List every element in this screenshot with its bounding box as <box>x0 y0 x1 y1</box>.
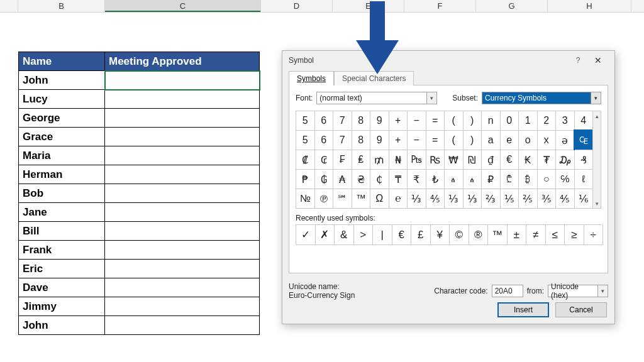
recent-symbol-cell[interactable]: £ <box>411 225 431 245</box>
symbol-cell[interactable]: € <box>501 150 519 170</box>
symbol-cell[interactable]: a <box>482 131 501 150</box>
symbol-cell[interactable]: 1 <box>519 111 538 131</box>
symbol-cell[interactable]: − <box>408 131 426 150</box>
recent-symbol-cell[interactable]: ≤ <box>546 225 565 245</box>
symbol-cell[interactable]: ₨ <box>426 150 445 170</box>
cell-meeting[interactable] <box>105 222 260 241</box>
symbol-cell[interactable]: ₪ <box>464 150 482 170</box>
symbol-cell[interactable]: ₿ <box>519 170 538 189</box>
symbol-cell[interactable]: ℮ <box>389 189 408 209</box>
cell-name[interactable]: Bob <box>19 184 105 203</box>
cell-name[interactable]: John <box>19 71 105 90</box>
symbol-cell[interactable]: 7 <box>333 131 352 150</box>
symbol-cell[interactable]: ⅕ <box>501 189 519 209</box>
symbol-cell[interactable]: ₵ <box>370 170 389 189</box>
recent-symbol-cell[interactable]: ≠ <box>526 225 546 245</box>
symbol-cell[interactable]: ℗ <box>315 189 334 209</box>
cancel-button[interactable]: Cancel <box>555 302 607 317</box>
dialog-titlebar[interactable]: Symbol ? ✕ <box>282 51 614 70</box>
symbol-cell[interactable]: e <box>501 131 519 150</box>
symbol-cell[interactable]: 6 <box>315 111 334 131</box>
symbol-cell[interactable]: n <box>482 111 501 131</box>
charcode-input[interactable]: 20A0 <box>492 285 523 297</box>
recent-symbol-cell[interactable]: ® <box>469 225 489 245</box>
symbol-cell[interactable]: ™ <box>352 189 371 209</box>
symbol-cell[interactable]: ⅘ <box>556 189 575 209</box>
symbol-cell[interactable]: ₤ <box>352 150 371 170</box>
symbol-cell[interactable]: 8 <box>352 111 371 131</box>
table-header-name[interactable]: Name <box>19 52 105 71</box>
col-header-d[interactable]: D <box>261 0 333 12</box>
cell-name[interactable]: Maria <box>19 146 105 165</box>
symbol-cell[interactable]: ₲ <box>315 170 334 189</box>
symbol-cell[interactable]: ₴ <box>352 170 371 189</box>
symbol-cell[interactable]: ⅓ <box>408 189 426 209</box>
symbol-cell[interactable]: ( <box>445 111 464 131</box>
symbol-cell[interactable]: = <box>426 131 445 150</box>
recent-symbol-cell[interactable]: > <box>354 225 374 245</box>
symbol-cell[interactable]: ₺ <box>426 170 445 189</box>
cell-name[interactable]: Jane <box>19 203 105 222</box>
symbol-cell[interactable]: ₡ <box>296 150 315 170</box>
symbol-cell[interactable]: x <box>538 131 557 150</box>
col-header-c[interactable]: C <box>105 0 261 12</box>
cell-meeting[interactable] <box>105 260 260 278</box>
symbol-cell[interactable]: 0 <box>501 111 519 131</box>
symbol-cell[interactable]: ) <box>464 111 482 131</box>
recent-symbol-cell[interactable]: ≥ <box>565 225 584 245</box>
cell-meeting[interactable] <box>105 184 260 203</box>
symbol-cell[interactable]: 9 <box>370 131 389 150</box>
symbol-cell[interactable]: 8 <box>352 131 371 150</box>
col-header-h[interactable]: H <box>548 0 631 12</box>
symbol-cell[interactable]: ⅔ <box>482 189 501 209</box>
symbol-cell[interactable]: ₠ <box>575 131 594 150</box>
symbol-cell[interactable]: ⅗ <box>538 189 557 209</box>
symbol-cell[interactable]: ₩ <box>445 150 464 170</box>
cell-name[interactable]: George <box>19 109 105 128</box>
cell-name[interactable]: Jimmy <box>19 297 105 316</box>
symbol-cell[interactable]: ⅖ <box>519 189 538 209</box>
cell-meeting[interactable] <box>105 297 260 316</box>
symbol-cell[interactable]: 7 <box>333 111 352 131</box>
recent-symbol-cell[interactable]: ✗ <box>316 225 335 245</box>
symbol-cell[interactable]: 3 <box>556 111 575 131</box>
symbol-cell[interactable]: 6 <box>315 131 334 150</box>
symbol-cell[interactable]: ○ <box>538 170 557 189</box>
cell-name[interactable]: Frank <box>19 241 105 260</box>
cell-meeting[interactable] <box>105 90 260 109</box>
recent-symbol-cell[interactable]: ✓ <box>296 225 316 245</box>
table-header-meeting[interactable]: Meeting Approved <box>105 52 260 71</box>
symbol-cell[interactable]: ₭ <box>519 150 538 170</box>
symbol-cell[interactable]: + <box>389 131 408 150</box>
cell-meeting[interactable] <box>105 165 260 184</box>
symbol-cell[interactable]: ⅘ <box>426 189 445 209</box>
symbol-cell[interactable]: ₥ <box>370 150 389 170</box>
symbol-cell[interactable]: − <box>408 111 426 131</box>
cell-name[interactable]: Dave <box>19 278 105 297</box>
symbol-cell[interactable]: o <box>519 131 538 150</box>
recent-symbol-cell[interactable]: € <box>392 225 412 245</box>
scroll-down-icon[interactable]: ▾ <box>593 199 601 208</box>
cell-name[interactable]: John <box>19 316 105 335</box>
recent-symbol-cell[interactable]: & <box>335 225 354 245</box>
cell-name[interactable]: Lucy <box>19 90 105 109</box>
symbol-cell[interactable]: ⅓ <box>464 189 482 209</box>
symbol-cell[interactable]: ə <box>556 131 575 150</box>
symbol-cell[interactable]: ₼ <box>445 170 464 189</box>
symbol-cell[interactable]: ⅙ <box>575 189 594 209</box>
symbol-cell[interactable]: ℓ <box>575 170 594 189</box>
symbol-cell[interactable]: ₮ <box>538 150 557 170</box>
symbol-cell[interactable]: ℠ <box>333 189 352 209</box>
font-select[interactable]: (normal text) ▾ <box>316 92 437 104</box>
symbol-cell[interactable]: ₰ <box>575 150 594 170</box>
symbol-cell[interactable]: ₼ <box>464 170 482 189</box>
recent-symbol-cell[interactable]: ± <box>508 225 527 245</box>
symbol-cell[interactable]: 4 <box>575 111 594 131</box>
symbol-cell[interactable]: + <box>389 111 408 131</box>
symbol-cell[interactable]: 5 <box>296 111 315 131</box>
symbol-cell[interactable]: 5 <box>296 131 315 150</box>
symbol-cell[interactable]: ₧ <box>408 150 426 170</box>
tab-symbols[interactable]: Symbols <box>289 71 334 85</box>
cell-meeting[interactable] <box>105 128 260 146</box>
symbol-cell[interactable]: ₽ <box>482 170 501 189</box>
